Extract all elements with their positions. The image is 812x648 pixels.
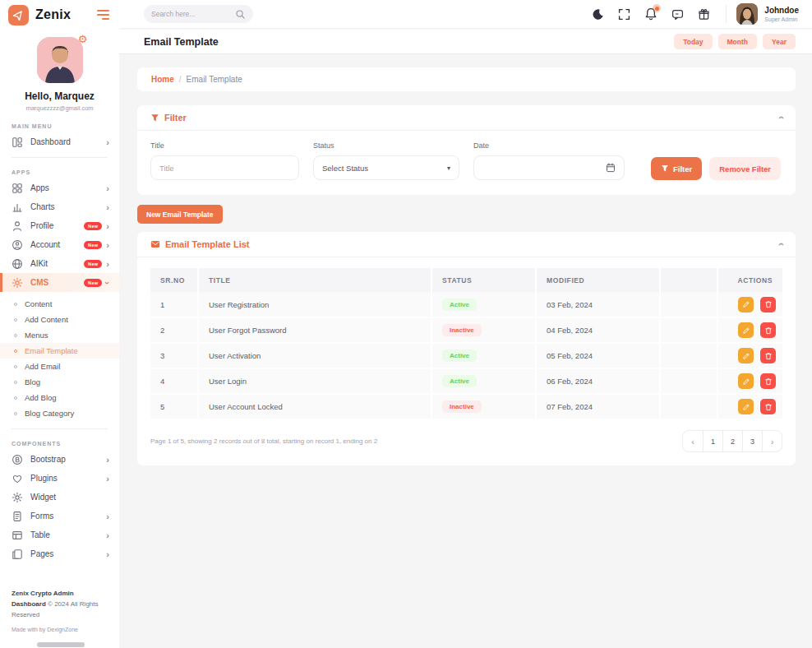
edit-button[interactable] [738, 348, 754, 363]
breadcrumb-home-link[interactable]: Home [151, 75, 174, 84]
sidebar-item-profile[interactable]: Profile New › [0, 216, 119, 235]
sidebar-item-dashboard[interactable]: Dashboard › [0, 132, 119, 151]
delete-button[interactable] [760, 297, 776, 312]
filter-panel-header[interactable]: Filter › [137, 105, 796, 131]
edit-button[interactable] [738, 322, 754, 338]
pagination-page-2[interactable]: 2 [722, 431, 742, 451]
notifications-bell-icon[interactable] [644, 7, 657, 21]
new-email-template-button[interactable]: New Email Template [137, 205, 223, 224]
greeting-text: Hello, [25, 90, 52, 102]
submenu-item-content[interactable]: Content [0, 296, 119, 312]
sidebar-item-pages[interactable]: Pages › [0, 544, 119, 563]
sidebar-item-label: Profile [30, 221, 53, 230]
gift-icon[interactable] [698, 8, 710, 21]
hamburger-menu-icon[interactable] [95, 7, 111, 22]
sidebar-item-label: CMS [30, 278, 48, 287]
column-header-spacer [660, 268, 717, 292]
new-badge: New [84, 279, 102, 287]
apply-filter-button[interactable]: Filter [651, 157, 702, 180]
fullscreen-icon[interactable] [618, 8, 630, 21]
chevron-right-icon: › [106, 512, 109, 521]
sidebar-item-forms[interactable]: Forms › [0, 507, 119, 525]
filter-body: Title Status Select Status ▾ Date [137, 131, 796, 195]
filter-panel: Filter › Title Status Select Status ▾ [137, 105, 796, 195]
bullet-icon [14, 365, 17, 368]
pages-icon [12, 548, 23, 560]
delete-button[interactable] [760, 322, 776, 338]
sidebar-item-account[interactable]: Account New › [0, 235, 119, 254]
submenu-item-menus[interactable]: Menus [0, 327, 119, 343]
bullet-icon [14, 334, 17, 337]
sidebar-item-charts[interactable]: Charts › [0, 197, 119, 216]
title-input[interactable] [159, 164, 290, 173]
notification-badge [653, 4, 661, 12]
today-button[interactable]: Today [674, 34, 712, 49]
table-row: 2 User Forgot Password Inactive 04 Feb, … [150, 317, 782, 343]
pencil-icon [742, 326, 750, 335]
sidebar-item-bootstrap[interactable]: Bootstrap › [0, 450, 119, 469]
list-panel-header[interactable]: Email Template List › [137, 232, 796, 257]
date-input[interactable] [473, 155, 625, 180]
messages-icon[interactable] [671, 8, 684, 21]
section-label-components: COMPONENTS [0, 441, 119, 447]
search-box[interactable] [144, 5, 253, 23]
pagination-page-1[interactable]: 1 [703, 431, 722, 451]
submenu-item-blog-category[interactable]: Blog Category [0, 405, 119, 421]
chevron-right-icon: › [106, 241, 109, 249]
month-button[interactable]: Month [718, 34, 758, 49]
edit-button[interactable] [738, 373, 754, 389]
horizontal-scrollbar-thumb[interactable] [37, 642, 85, 647]
pagination-prev-button[interactable]: ‹ [683, 431, 703, 451]
zenix-logo-icon[interactable] [8, 5, 29, 25]
sidebar-footer: Zenix Crypto Admin Dashboard © 2024 All … [0, 576, 119, 632]
sidebar-divider [12, 428, 108, 429]
delete-button[interactable] [760, 399, 776, 414]
pagination-page-3[interactable]: 3 [742, 431, 762, 451]
submenu-item-email-template[interactable]: Email Template [0, 343, 119, 359]
delete-button[interactable] [760, 373, 776, 389]
account-icon [12, 239, 23, 251]
delete-button[interactable] [760, 348, 776, 363]
trash-icon [764, 300, 773, 308]
sidebar-item-table[interactable]: Table › [0, 525, 119, 544]
brand-name: Zenix [35, 7, 71, 22]
dark-mode-moon-icon[interactable] [592, 8, 604, 21]
search-input[interactable] [151, 10, 235, 18]
status-select[interactable]: Select Status ▾ [313, 155, 459, 180]
sidebar-profile: ⚙ Hello, Marquez marquezzzz@gmail.com [0, 30, 119, 112]
profile-gear-icon[interactable]: ⚙ [78, 34, 88, 44]
remove-filter-button[interactable]: Remove Filter [709, 157, 781, 180]
sidebar-item-plugins[interactable]: Plugins › [0, 469, 119, 488]
chevron-right-icon: › [106, 260, 109, 268]
user-menu[interactable]: Johndoe Super Admin [736, 3, 799, 25]
new-badge: New [84, 222, 102, 230]
submenu-item-add-email[interactable]: Add Email [0, 359, 119, 374]
cell-modified: 05 Feb, 2024 [536, 343, 660, 368]
sidebar-item-cms[interactable]: CMS New › [0, 273, 119, 292]
sidebar-item-aikit[interactable]: AIKit New › [0, 254, 119, 273]
sidebar-item-label: Bootstrap [30, 455, 66, 464]
pagination-next-button[interactable]: › [762, 431, 782, 451]
submenu-item-add-content[interactable]: Add Content [0, 312, 119, 327]
bullet-icon [14, 349, 17, 353]
status-badge: Active [442, 299, 477, 311]
sidebar-item-widget[interactable]: Widget [0, 488, 119, 507]
cell-spacer [660, 317, 717, 343]
edit-button[interactable] [738, 297, 754, 312]
collapse-chevron-icon[interactable]: › [777, 116, 785, 119]
year-button[interactable]: Year [763, 34, 796, 49]
profile-greeting: Hello, Marquez [0, 90, 119, 102]
submenu-item-blog[interactable]: Blog [0, 374, 119, 390]
collapse-chevron-icon[interactable]: › [777, 243, 785, 246]
sidebar-item-apps[interactable]: Apps › [0, 178, 119, 197]
bullet-icon [14, 381, 17, 384]
cell-modified: 06 Feb, 2024 [536, 368, 660, 394]
cell-title: User Account Locked [198, 394, 431, 419]
submenu-item-add-blog[interactable]: Add Blog [0, 390, 119, 405]
submenu-label: Email Template [25, 346, 78, 355]
topbar-icons [592, 7, 710, 21]
table-row: 5 User Account Locked Inactive 07 Feb, 2… [150, 394, 782, 419]
topbar: Johndoe Super Admin [119, 0, 812, 29]
sidebar-item-label: Charts [30, 202, 54, 211]
edit-button[interactable] [738, 399, 754, 414]
